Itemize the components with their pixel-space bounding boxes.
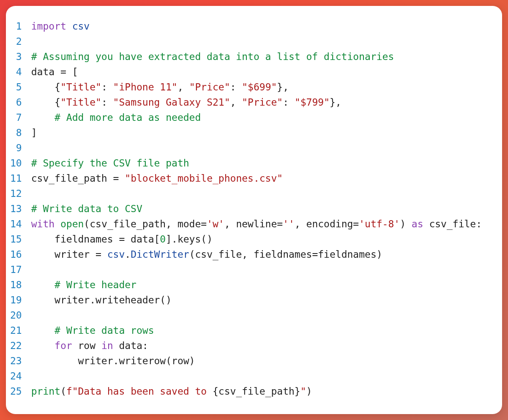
token-comment: # Write data to CSV [31,203,142,214]
code-content[interactable]: import csv # Assuming you have extracted… [31,19,494,399]
token-punct: ) [306,386,312,397]
code-line: {"Title": "iPhone 11", "Price": "$699"}, [31,79,494,95]
line-number: 5 [10,79,22,95]
token-punct: csv_file: [423,218,482,229]
line-number: 3 [10,49,22,64]
code-line: csv_file_path = "blocket_mobile_phones.c… [31,171,494,186]
token-mod: csv [72,21,90,32]
line-number: 23 [10,353,22,368]
token-punct: {csv_file_path} [213,386,300,397]
token-str: "Samsung Galaxy S21" [113,97,230,108]
code-line: fieldnames = data[0].keys() [31,232,494,247]
token-builtin: open [60,218,84,229]
token-punct: , [178,82,189,93]
code-line [31,308,494,323]
code-line: # Specify the CSV file path [31,155,494,171]
line-number: 22 [10,338,22,353]
code-line [31,186,494,201]
token-punct: : [283,97,295,108]
token-punct: : [101,97,113,108]
code-line: print(f"Data has been saved to {csv_file… [31,384,494,399]
line-number: 9 [10,140,22,155]
token-comment: # Specify the CSV file path [31,158,189,169]
line-number: 16 [10,247,22,262]
code-line [31,262,494,277]
code-line: with open(csv_file_path, mode='w', newli… [31,216,494,232]
token-str: '' [283,218,295,229]
code-line: writer = csv.DictWriter(csv_file, fieldn… [31,247,494,262]
token-punct: = data[ [119,234,160,245]
token-str: "Title" [60,82,101,93]
line-number: 10 [10,155,22,171]
line-number: 18 [10,277,22,292]
token-builtin: print [31,386,60,397]
code-line: # Assuming you have extracted data into … [31,49,494,64]
token-punct: . [125,249,131,260]
token-punct: ) [400,218,412,229]
token-punct [66,21,72,32]
token-punct [31,279,55,290]
token-punct: , [230,97,242,108]
line-number: 2 [10,34,22,49]
token-punct: }, [277,82,289,93]
token-punct [31,325,55,336]
token-comment: # Write header [55,279,137,290]
line-number: 20 [10,308,22,323]
token-ident: csv_file_path [31,173,113,184]
line-number: 14 [10,216,22,232]
token-str: f"Data has been saved to [66,386,213,397]
token-punct: ( [60,386,66,397]
token-punct: = [96,249,107,260]
token-str: "Price" [189,82,230,93]
line-number: 19 [10,292,22,308]
line-number-gutter: 1234567891011121314151617181920212223242… [10,19,31,399]
code-line: {"Title": "Samsung Galaxy S21", "Price":… [31,95,494,110]
line-number: 4 [10,64,22,79]
token-str: 'utf-8' [359,218,400,229]
token-num: 0 [160,234,166,245]
token-punct: = [ [60,66,78,77]
line-number: 7 [10,110,22,125]
token-kw-ctrl: in [101,340,113,351]
line-number: 24 [10,368,22,384]
code-card: 1234567891011121314151617181920212223242… [6,6,502,414]
token-str: "$799" [295,97,330,108]
code-line: for row in data: [31,338,494,353]
token-punct: row [72,340,101,351]
line-number: 21 [10,323,22,338]
token-punct: ].keys() [166,234,213,245]
token-punct: , newline= [224,218,283,229]
code-line: data = [ [31,64,494,79]
token-kw-ctrl: for [55,340,72,351]
token-str: "Title" [60,97,101,108]
token-str: " [300,386,306,397]
token-punct: ] [31,127,37,138]
token-punct: , encoding= [295,218,359,229]
token-str: "iPhone 11" [113,82,178,93]
token-str: "blocket_mobile_phones.csv" [125,173,283,184]
code-editor: 1234567891011121314151617181920212223242… [10,19,494,399]
line-number: 6 [10,95,22,110]
token-punct: writer [31,249,96,260]
code-line: writer.writerow(row) [31,353,494,368]
token-comment: # Add more data as needed [55,112,201,123]
code-line: # Add more data as needed [31,110,494,125]
line-number: 15 [10,232,22,247]
code-line: # Write header [31,277,494,292]
token-punct [55,218,60,229]
code-line: import csv [31,19,494,34]
token-punct: { [31,82,60,93]
token-str: 'w' [207,218,224,229]
code-line: # Write data to CSV [31,201,494,216]
token-kw-ctrl: as [412,218,423,229]
token-punct: : [230,82,242,93]
token-punct [31,340,55,351]
token-punct: (csv_file, fieldnames=fieldnames) [189,249,382,260]
token-str: "Price" [242,97,283,108]
token-punct: writer.writeheader() [31,295,172,305]
code-line: ] [31,125,494,140]
token-punct: data: [113,340,148,351]
token-punct: (csv_file_path, mode= [84,218,207,229]
token-punct: fieldnames [31,234,119,245]
token-ident: data [31,66,60,77]
